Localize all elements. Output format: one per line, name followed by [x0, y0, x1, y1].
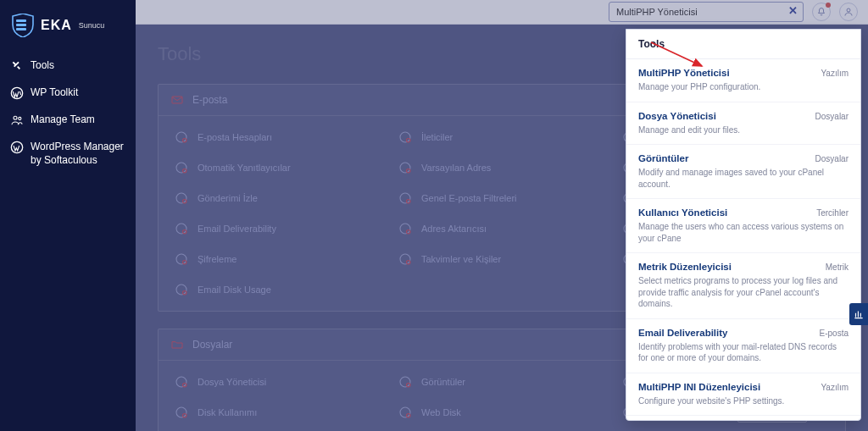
search-result-item[interactable]: GörüntülerDosyalarModify and manage imag…	[626, 145, 860, 199]
search-result-item[interactable]: Email DeliverabilityE-postaIdentify prob…	[626, 319, 860, 373]
sidebar-item-tools[interactable]: Tools	[0, 52, 136, 80]
main: ✕ Tools E-posta E-posta Hesaplarıİletici…	[136, 0, 868, 431]
tool-item[interactable]: Email Disk Usage	[170, 277, 386, 302]
svg-point-39	[176, 285, 186, 295]
svg-point-30	[407, 229, 411, 234]
logo[interactable]: EKA Sunucu	[0, 8, 136, 52]
tool-item[interactable]: Gönderimi İzle	[170, 185, 386, 211]
tool-item[interactable]: Varsayılan Adres	[394, 155, 609, 180]
feature-icon	[174, 405, 189, 420]
sidebar-item-manage-team[interactable]: Manage Team	[0, 107, 136, 134]
result-category: Yazılım	[821, 69, 849, 78]
side-stats-tab[interactable]	[849, 303, 868, 325]
tool-item[interactable]: Email Deliverability	[170, 216, 386, 241]
search-result-item[interactable]: Metrik DüzenleyicisiMetrikSelect metrics…	[626, 253, 860, 319]
tool-label: Disk Kullanımı	[198, 407, 257, 417]
tool-item[interactable]: Şifreleme	[170, 246, 386, 272]
search-wrap: ✕	[609, 2, 804, 22]
sidebar-item-label: WP Toolkit	[31, 86, 78, 100]
svg-point-7	[847, 8, 850, 12]
svg-point-43	[400, 377, 410, 387]
feature-icon	[398, 221, 413, 236]
feature-icon	[174, 130, 189, 145]
tool-label: Dosya Yöneticisi	[198, 377, 266, 387]
search-result-item[interactable]: Kullanıcı YöneticisiTercihlerManage the …	[626, 199, 860, 253]
tool-item[interactable]: Takvimler ve Kişiler	[394, 246, 609, 272]
tool-item[interactable]: Genel E-posta Filtreleri	[394, 185, 609, 211]
svg-point-15	[176, 163, 186, 173]
result-title: MultiPHP Yöneticisi	[638, 68, 730, 78]
svg-point-36	[407, 260, 411, 264]
svg-point-48	[183, 413, 187, 417]
tool-label: Otomatik Yanıtlayıcılar	[198, 163, 291, 173]
tool-label: Email Disk Usage	[198, 285, 271, 295]
tool-item[interactable]: Dosya Yöneticisi	[170, 369, 386, 395]
tool-item[interactable]: Otomatik Yanıtlayıcılar	[170, 155, 386, 180]
svg-point-21	[176, 193, 186, 203]
tool-item[interactable]: Web Disk	[394, 400, 609, 425]
svg-point-17	[400, 163, 410, 173]
user-menu-button[interactable]	[839, 3, 858, 21]
sidebar-item-label: WordPress Manager by Softaculous	[31, 141, 125, 167]
dropdown-header: Tools	[626, 30, 860, 59]
tool-label: E-posta Hesapları	[198, 132, 272, 142]
tool-label: Takvimler ve Kişiler	[421, 254, 501, 264]
clear-search-icon[interactable]: ✕	[787, 5, 798, 17]
feature-icon	[174, 191, 189, 206]
result-category: Dosyalar	[815, 154, 849, 163]
tool-label: Varsayılan Adres	[421, 163, 491, 173]
svg-point-24	[407, 199, 411, 203]
result-title: MultiPHP INI Düzenleyicisi	[638, 382, 760, 392]
search-results-dropdown: Tools MultiPHP YöneticisiYazılımManage y…	[626, 29, 861, 421]
sidebar-item-wp-toolkit[interactable]: WP Toolkit	[0, 80, 136, 107]
svg-point-41	[176, 377, 186, 387]
sidebar-item-wordpress-manager[interactable]: WordPress Manager by Softaculous	[0, 134, 136, 174]
svg-point-12	[407, 138, 411, 142]
feature-icon	[398, 191, 413, 206]
svg-point-22	[183, 199, 187, 203]
svg-rect-0	[16, 19, 26, 22]
result-category: E-posta	[820, 329, 849, 338]
feature-icon	[174, 221, 189, 236]
notifications-button[interactable]	[812, 3, 831, 21]
panel-title: Dosyalar	[192, 339, 232, 351]
sidebar-item-label: Manage Team	[31, 113, 95, 127]
tool-item[interactable]: Görüntüler	[394, 369, 609, 395]
svg-point-5	[19, 117, 21, 119]
tool-item[interactable]: E-posta Hesapları	[170, 124, 386, 150]
result-title: Görüntüler	[638, 153, 688, 163]
svg-rect-8	[172, 97, 182, 103]
search-input[interactable]	[609, 2, 804, 22]
svg-point-50	[407, 413, 411, 417]
search-result-item[interactable]: MultiPHP INI DüzenleyicisiYazılımConfigu…	[626, 373, 860, 417]
result-description: Manage and edit your files.	[638, 124, 849, 136]
result-description: Identify problems with your mail-related…	[638, 341, 849, 364]
svg-point-28	[183, 229, 187, 234]
svg-point-29	[400, 224, 410, 234]
tool-item[interactable]: Disk Kullanımı	[170, 400, 386, 425]
svg-point-6	[11, 141, 22, 152]
feature-icon	[174, 282, 189, 297]
tool-label: Şifreleme	[198, 254, 236, 264]
tool-item[interactable]: İleticiler	[394, 124, 609, 150]
dropdown-list[interactable]: MultiPHP YöneticisiYazılımManage your PH…	[626, 59, 860, 420]
svg-point-49	[400, 407, 410, 417]
search-result-item[interactable]: IP EngelleyiciGüvenlikBlock access to yo…	[626, 416, 860, 420]
svg-point-4	[14, 116, 17, 119]
tool-item[interactable]: Adres Aktarıcısı	[394, 216, 609, 241]
svg-point-35	[400, 254, 410, 264]
panel-title: E-posta	[192, 94, 227, 106]
svg-point-47	[176, 407, 186, 417]
feature-icon	[398, 405, 413, 420]
svg-point-16	[183, 169, 187, 173]
search-result-item[interactable]: Dosya YöneticisiDosyalarManage and edit …	[626, 102, 860, 146]
result-description: Select metrics programs to process your …	[638, 275, 849, 310]
result-title: Kullanıcı Yöneticisi	[638, 207, 727, 218]
feature-icon	[174, 160, 189, 175]
tool-label: Genel E-posta Filtreleri	[421, 193, 517, 203]
logo-brand: EKA	[41, 18, 72, 33]
result-description: Manage your PHP configuration.	[638, 81, 849, 93]
search-result-item[interactable]: MultiPHP YöneticisiYazılımManage your PH…	[626, 59, 860, 102]
feature-icon	[174, 374, 189, 390]
feature-icon	[398, 251, 413, 267]
